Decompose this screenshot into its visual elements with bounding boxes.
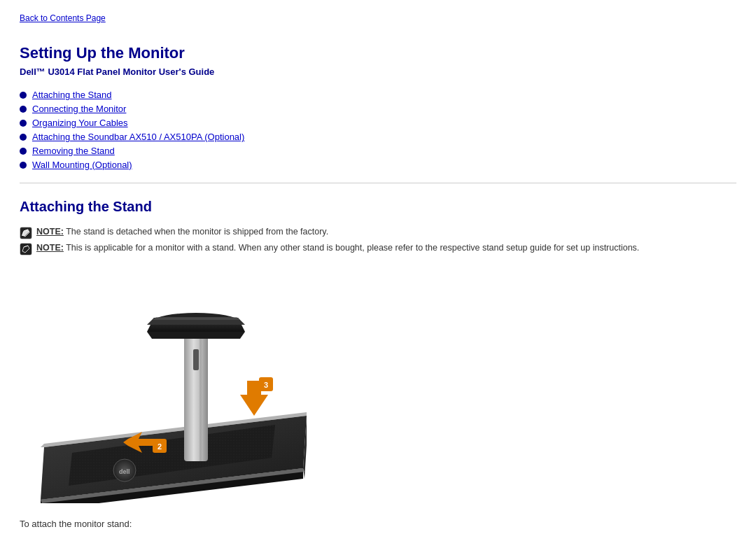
back-to-contents-link[interactable]: Back to Contents Page — [20, 13, 106, 23]
svg-rect-17 — [193, 349, 199, 370]
toc-link-soundbar[interactable]: Attaching the Soundbar AX510 / AX510PA (… — [32, 132, 244, 142]
instructions-intro: To attach the monitor stand: — [20, 517, 736, 532]
section-title-attaching-stand: Attaching the Stand — [20, 199, 736, 215]
note-icon-1 — [20, 227, 32, 239]
instructions-area: To attach the monitor stand: 1. Remove t… — [20, 517, 736, 534]
note-text-2: NOTE: This is applicable for a monitor w… — [36, 242, 639, 255]
svg-rect-15 — [184, 321, 208, 461]
stand-svg: dell 3 2 — [34, 265, 307, 503]
notes-area: NOTE: The stand is detached when the mon… — [20, 226, 736, 255]
toc-bullet-2 — [20, 106, 27, 113]
page-title: Setting Up the Monitor — [20, 44, 736, 62]
illustration-area: dell 3 2 — [34, 265, 736, 503]
page-subtitle: Dell™ U3014 Flat Panel Monitor User's Gu… — [20, 66, 736, 77]
svg-marker-22 — [153, 317, 240, 320]
toc-link-organizing-cables[interactable]: Organizing Your Cables — [32, 118, 128, 128]
svg-rect-16 — [200, 321, 202, 461]
section-divider — [20, 183, 736, 183]
toc-item-5: Removing the Stand — [20, 146, 736, 156]
toc-bullet-3 — [20, 120, 27, 127]
svg-rect-4 — [20, 244, 31, 255]
note-text-1: NOTE: The stand is detached when the mon… — [36, 226, 328, 239]
toc-link-connecting-monitor[interactable]: Connecting the Monitor — [32, 104, 126, 114]
svg-text:dell: dell — [119, 468, 130, 475]
stand-illustration: dell 3 2 — [34, 265, 307, 503]
note-icon-2 — [20, 243, 32, 255]
svg-text:3: 3 — [264, 381, 268, 389]
note-label-1: NOTE: — [36, 227, 64, 237]
toc-item-4: Attaching the Soundbar AX510 / AX510PA (… — [20, 132, 736, 142]
toc-item-2: Connecting the Monitor — [20, 104, 736, 114]
toc-link-wall-mounting[interactable]: Wall Mounting (Optional) — [32, 160, 132, 170]
toc-list: Attaching the Stand Connecting the Monit… — [20, 90, 736, 170]
toc-bullet-5 — [20, 148, 27, 155]
svg-text:2: 2 — [158, 442, 162, 451]
note-label-2: NOTE: — [36, 243, 64, 253]
toc-link-removing-stand[interactable]: Removing the Stand — [32, 146, 115, 156]
note-row-2: NOTE: This is applicable for a monitor w… — [20, 242, 736, 255]
toc-item-6: Wall Mounting (Optional) — [20, 160, 736, 170]
toc-item-3: Organizing Your Cables — [20, 118, 736, 128]
toc-bullet-6 — [20, 162, 27, 169]
toc-bullet-1 — [20, 92, 27, 99]
toc-bullet-4 — [20, 134, 27, 141]
toc-link-attaching-stand[interactable]: Attaching the Stand — [32, 90, 111, 100]
svg-marker-20 — [147, 332, 245, 339]
note-row-1: NOTE: The stand is detached when the mon… — [20, 226, 736, 239]
toc-item-1: Attaching the Stand — [20, 90, 736, 100]
